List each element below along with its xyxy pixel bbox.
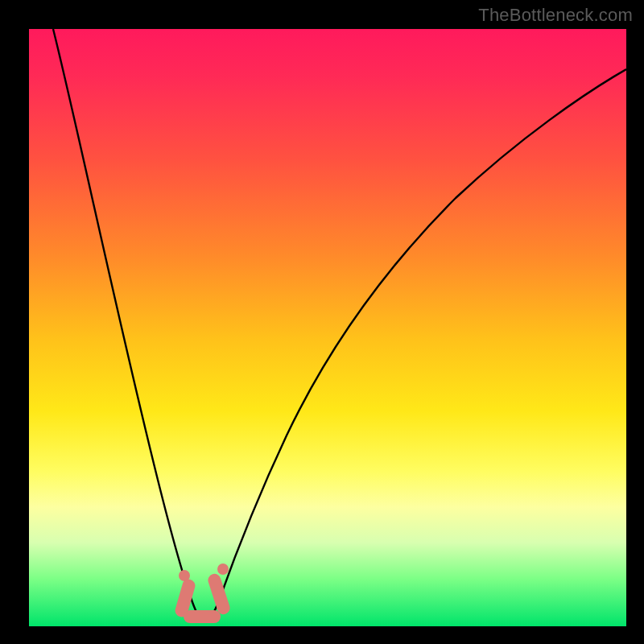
highlight-marker-dot-right <box>217 564 229 575</box>
watermark-text: TheBottleneck.com <box>478 5 633 26</box>
bottleneck-curve <box>29 29 626 626</box>
chart-frame: TheBottleneck.com <box>0 0 644 644</box>
curve-path <box>53 29 626 621</box>
highlight-marker-base <box>184 610 221 623</box>
plot-area <box>29 29 626 626</box>
highlight-marker-dot-left <box>179 570 190 581</box>
